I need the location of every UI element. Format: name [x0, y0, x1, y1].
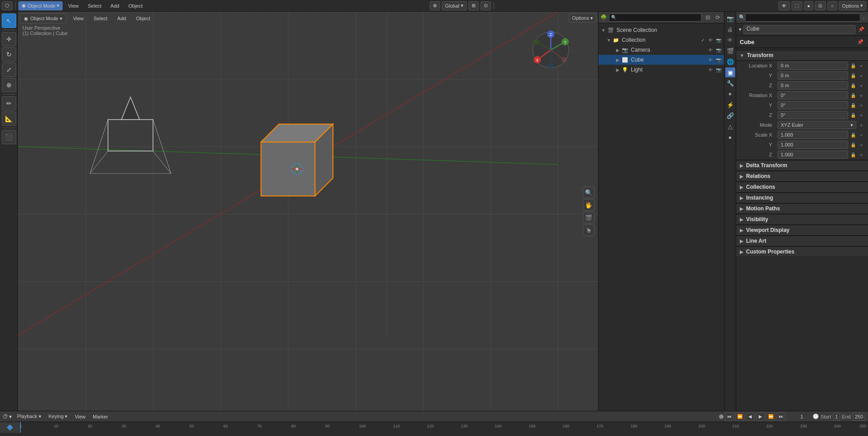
rotation-x-lock-icon[interactable]: 🔒 [850, 92, 856, 98]
viewport-menu-select[interactable]: Select [90, 13, 111, 23]
motion-paths-section-header[interactable]: ▶ Motion Paths [736, 203, 868, 214]
zoom-in-btn[interactable]: 🔍 [583, 187, 594, 198]
menu-view[interactable]: View [64, 1, 82, 11]
menu-object[interactable]: Object [125, 1, 146, 11]
tab-render[interactable]: 📷 [725, 13, 735, 23]
rotation-mode-dropdown[interactable]: XYZ Euler ▾ [778, 121, 856, 129]
step-back-btn[interactable]: ⏪ [735, 412, 744, 421]
hand-tool-btn[interactable]: 🖱 [583, 224, 594, 236]
play-btn[interactable]: ▶ [756, 412, 765, 421]
step-forward-btn[interactable]: ⏩ [766, 412, 775, 421]
viewport-menu-object[interactable]: Object [132, 13, 154, 23]
light-hide-icon[interactable]: 👁 [707, 66, 714, 73]
transform-section-header[interactable]: ▼ Transform [736, 50, 868, 61]
tab-object[interactable]: ▣ [725, 67, 735, 77]
rotation-y-lock-icon[interactable]: 🔒 [850, 102, 856, 108]
current-frame-display[interactable]: 1 [793, 414, 811, 419]
zoom-out-btn[interactable]: 🖐 [583, 199, 594, 211]
scale-z-value[interactable]: 1.000 [778, 151, 848, 159]
viewport-shading-solid[interactable]: ● [804, 1, 814, 10]
props-pin-btn[interactable]: 📌 [857, 26, 865, 34]
select-tool-btn[interactable]: ↖ [2, 13, 16, 28]
play-reverse-btn[interactable]: ◀ [746, 412, 755, 421]
tab-world[interactable]: 🌐 [725, 57, 735, 67]
tab-data[interactable]: △ [725, 121, 735, 131]
location-y-value[interactable]: 0 m [778, 71, 848, 80]
light-row[interactable]: ▶ 💡 Light 👁 📷 [598, 65, 724, 75]
snap-btn[interactable]: ⊞ [468, 1, 479, 10]
viewport-menu-view[interactable]: View [69, 13, 87, 23]
props-object-pin-btn[interactable]: 📌 [856, 38, 864, 46]
location-z-lock-icon[interactable]: 🔒 [850, 82, 856, 89]
proportional-edit-btn[interactable]: ⊙ [481, 1, 491, 10]
viewport-display-section-header[interactable]: ▶ Viewport Display [736, 225, 868, 236]
viewport-shading-rendered[interactable]: ○ [828, 1, 837, 10]
tab-scene[interactable]: 🎬 [725, 46, 735, 56]
props-name-input[interactable]: Cube [743, 25, 855, 34]
outliner-search[interactable]: 🔍 [609, 13, 702, 22]
viewport-shading-material[interactable]: ◎ [815, 1, 826, 10]
tab-output[interactable]: 🖨 [725, 24, 735, 34]
custom-properties-section-header[interactable]: ▶ Custom Properties [736, 246, 868, 257]
relations-section-header[interactable]: ▶ Relations [736, 171, 868, 182]
jump-end-btn[interactable]: ⏭ [777, 412, 786, 421]
timeline-menu-view[interactable]: View [73, 414, 87, 419]
scale-tool-btn[interactable]: ⤢ [2, 62, 16, 77]
mode-dropdown[interactable]: ◉ Object Mode ▾ [20, 13, 67, 23]
delta-transform-section-header[interactable]: ▶ Delta Transform [736, 160, 868, 171]
cube-row[interactable]: ▶ ⬜ Cube 👁 📷 [598, 55, 724, 65]
annotate-tool-btn[interactable]: ✏ [2, 96, 16, 111]
camera-hide-icon[interactable]: 👁 [707, 46, 714, 53]
blender-logo-btn[interactable]: ⬡ [2, 1, 13, 10]
overlay-btn[interactable]: ⬚ [792, 1, 802, 10]
cube-hide-icon[interactable]: 👁 [707, 56, 714, 63]
editor-type-btn[interactable]: 👁 [778, 1, 790, 10]
collection-hide-icon[interactable]: 👁 [707, 36, 714, 44]
tab-modifier[interactable]: 🔧 [725, 78, 735, 88]
location-x-value[interactable]: 0 m [778, 62, 848, 70]
object-mode-dropdown[interactable]: ◉ Object Mode ▾ [18, 1, 63, 10]
camera-view-btn[interactable]: 🎬 [583, 212, 594, 223]
tab-material[interactable]: ● [725, 132, 735, 142]
camera-render-icon[interactable]: 📷 [715, 46, 722, 53]
navigation-gizmo[interactable]: Z Y X [531, 30, 571, 70]
light-render-icon[interactable]: 📷 [715, 66, 722, 73]
rotation-x-value[interactable]: 0° [778, 91, 848, 99]
menu-select[interactable]: Select [84, 1, 105, 11]
move-tool-btn[interactable]: ✛ [2, 32, 16, 46]
timeline-menu-keying[interactable]: Keying ▾ [47, 414, 70, 419]
rotation-z-lock-icon[interactable]: 🔒 [850, 112, 856, 118]
menu-add[interactable]: Add [107, 1, 123, 11]
scale-y-value[interactable]: 1.000 [778, 141, 848, 149]
scale-y-lock-icon[interactable]: 🔒 [850, 142, 856, 148]
rotate-tool-btn[interactable]: ↻ [2, 47, 16, 62]
filter-icon-btn[interactable]: ⊟ [703, 13, 712, 22]
rotation-z-value[interactable]: 0° [778, 111, 848, 119]
location-x-lock-icon[interactable]: 🔒 [850, 62, 856, 69]
sync-btn[interactable]: ⟳ [713, 13, 722, 22]
scale-z-lock-icon[interactable]: 🔒 [850, 151, 856, 158]
rotation-y-value[interactable]: 0° [778, 101, 848, 109]
scale-x-value[interactable]: 1.000 [778, 131, 848, 139]
instancing-section-header[interactable]: ▶ Instancing [736, 192, 868, 203]
viewport-options-btn[interactable]: Options ▾ [569, 13, 596, 22]
jump-start-btn[interactable]: ⏮ [725, 412, 734, 421]
transform-tool-btn[interactable]: ⊕ [2, 78, 16, 92]
timeline-type-btn[interactable]: ⏱ ▾ [3, 414, 12, 420]
location-y-lock-icon[interactable]: 🔒 [850, 72, 856, 79]
visibility-section-header[interactable]: ▶ Visibility [736, 214, 868, 225]
timeline-scale[interactable]: 1 10 20 30 40 50 60 70 80 90 100 110 120… [20, 422, 868, 433]
end-value[interactable]: 250 [853, 413, 865, 421]
tab-constraints[interactable]: 🔗 [725, 111, 735, 120]
record-dot[interactable] [719, 414, 724, 419]
start-value[interactable]: 1 [833, 413, 840, 421]
tab-physics[interactable]: ⚡ [725, 100, 735, 110]
options-btn[interactable]: Options ▾ [839, 1, 866, 10]
viewport[interactable]: ◉ Object Mode ▾ View Select Add Object U… [18, 12, 598, 411]
timeline-menu-marker[interactable]: Marker [91, 414, 110, 419]
collection-render-icon[interactable]: 📷 [715, 36, 722, 44]
transform-global-btn[interactable]: Global ▾ [442, 1, 467, 10]
location-z-value[interactable]: 0 m [778, 81, 848, 89]
camera-row[interactable]: ▶ 📷 Camera 👁 📷 [598, 45, 724, 55]
line-art-section-header[interactable]: ▶ Line Art [736, 236, 868, 246]
